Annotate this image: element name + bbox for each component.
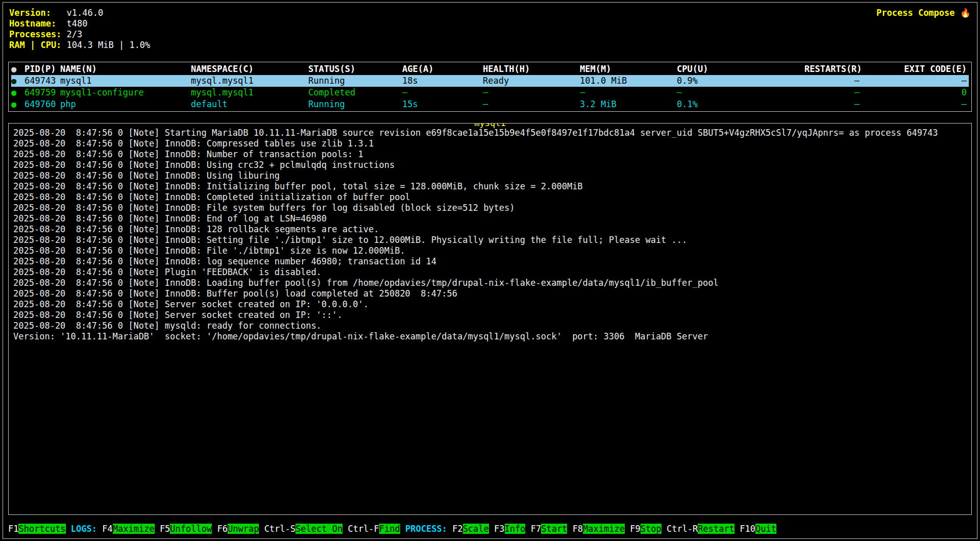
cell-health: –	[483, 87, 580, 99]
processes-value: 2/3	[67, 29, 83, 39]
log-line: 2025-08-20 8:47:56 0 [Note] InnoDB: Sett…	[13, 235, 968, 245]
cell-exit: –	[862, 99, 969, 110]
log-line: 2025-08-20 8:47:56 0 [Note] Plugin 'FEED…	[13, 267, 968, 278]
log-line: Version: '10.11.11-MariaDB' socket: '/ho…	[13, 331, 968, 342]
shortcut-f10[interactable]: F10Quit	[740, 524, 776, 534]
column-header-age[interactable]: AGE(A)	[402, 63, 483, 75]
header-dot-icon: ●	[11, 63, 24, 75]
shortcut-bar: F1ShortcutsLOGS:F4MaximizeF5UnfollowF6Un…	[8, 523, 972, 534]
processes-line: Processes:2/3	[9, 29, 150, 40]
cell-name: php	[60, 99, 191, 110]
shortcut-f6[interactable]: F6Unwrap	[217, 524, 259, 534]
log-line: 2025-08-20 8:47:56 0 [Note] InnoDB: Buff…	[13, 288, 968, 299]
shortcut-action: Unfollow	[170, 524, 212, 534]
ram-cpu-value: 104.3 MiB | 1.0%	[67, 40, 151, 50]
table-body: ●649743mysql1mysql.mysql1Running18sReady…	[11, 75, 969, 110]
cell-namespace: default	[191, 99, 308, 110]
ram-cpu-label: RAM | CPU:	[9, 40, 61, 51]
shortcut-f1[interactable]: F1Shortcuts	[8, 524, 66, 534]
column-header-cpu[interactable]: CPU(U)	[677, 63, 804, 75]
shortcut-key: F7	[531, 524, 541, 534]
log-line: 2025-08-20 8:47:56 0 [Note] InnoDB: Comp…	[13, 192, 968, 203]
cell-status: Completed	[308, 87, 402, 99]
shortcut-f2[interactable]: F2Scale	[452, 524, 489, 534]
process-row-mysql1-configure[interactable]: ●649759mysql1-configuremysql.mysql1Compl…	[11, 87, 969, 99]
version-label: Version:	[9, 8, 61, 18]
cell-age: 15s	[402, 99, 483, 110]
cell-health: Ready	[483, 75, 580, 87]
log-line: 2025-08-20 8:47:56 0 [Note] InnoDB: End …	[13, 213, 968, 224]
ram-cpu-line: RAM | CPU:104.3 MiB | 1.0%	[9, 40, 150, 51]
cell-mem: –	[580, 87, 677, 99]
footer-section-label: LOGS:	[71, 524, 97, 534]
shortcut-action: Maximize	[583, 524, 625, 534]
cell-name: mysql1-configure	[60, 87, 191, 99]
cell-pid: 649759	[24, 87, 60, 99]
shortcut-f9[interactable]: F9Stop	[630, 524, 661, 534]
shortcut-ctrl-r[interactable]: Ctrl-RRestart	[667, 524, 734, 534]
shortcut-action: Shortcuts	[18, 524, 65, 534]
shortcut-f3[interactable]: F3Info	[494, 524, 525, 534]
table-header-row: ●PID(P)NAME(N)NAMESPACE(C)STATUS(S)AGE(A…	[11, 63, 969, 75]
status-dot-icon: ●	[11, 87, 24, 99]
column-header-status[interactable]: STATUS(S)	[308, 63, 402, 75]
shortcut-ctrl-s[interactable]: Ctrl-SSelect On	[264, 524, 343, 534]
shortcut-f4[interactable]: F4Maximize	[102, 524, 154, 534]
shortcut-action: Scale	[463, 524, 489, 534]
shortcut-ctrl-f[interactable]: Ctrl-FFind	[348, 524, 400, 534]
column-header-name[interactable]: NAME(N)	[60, 63, 191, 75]
shortcut-action: Info	[505, 524, 526, 534]
cell-restarts: –	[804, 99, 862, 110]
hostname-value: t480	[67, 18, 88, 29]
column-header-mem[interactable]: MEM(M)	[580, 63, 677, 75]
shortcut-f8[interactable]: F8Maximize	[573, 524, 625, 534]
shortcut-action: Find	[379, 524, 400, 534]
hostname-label: Hostname:	[9, 18, 61, 29]
app-title: Process Compose🔥	[876, 8, 971, 18]
log-line: 2025-08-20 8:47:56 0 [Note] InnoDB: File…	[13, 203, 968, 213]
column-header-health[interactable]: HEALTH(H)	[483, 63, 580, 75]
shortcut-key: F2	[452, 524, 462, 534]
shortcut-action: Start	[541, 524, 567, 534]
shortcut-action: Quit	[755, 524, 776, 534]
shortcut-key: F6	[217, 524, 227, 534]
log-line: 2025-08-20 8:47:56 0 [Note] InnoDB: 128 …	[13, 224, 968, 235]
cell-exit: –	[862, 75, 969, 87]
cell-age: –	[402, 87, 483, 99]
column-header-pid[interactable]: PID(P)	[24, 63, 60, 75]
log-panel[interactable]: mysql1 2025-08-20 8:47:56 0 [Note] Start…	[8, 123, 972, 515]
shortcut-key: F3	[494, 524, 504, 534]
cell-exit: 0	[862, 87, 969, 99]
process-compose-window: Version:v1.46.0 Hostname:t480 Processes:…	[3, 2, 977, 539]
column-header-restarts[interactable]: RESTARTS(R)	[804, 63, 862, 75]
log-line: 2025-08-20 8:47:56 0 [Note] InnoDB: Init…	[13, 181, 968, 192]
shortcut-key: F9	[630, 524, 640, 534]
column-header-exit[interactable]: EXIT CODE(E)	[862, 63, 969, 75]
process-row-mysql1[interactable]: ●649743mysql1mysql.mysql1Running18sReady…	[11, 75, 969, 87]
shortcut-f5[interactable]: F5Unfollow	[160, 524, 212, 534]
log-line: 2025-08-20 8:47:56 0 [Note] InnoDB: File…	[13, 245, 968, 256]
log-panel-title: mysql1	[473, 123, 506, 129]
app-title-text: Process Compose	[876, 8, 955, 18]
cell-restarts: –	[804, 75, 862, 87]
processes-label: Processes:	[9, 29, 61, 40]
shortcut-key: F1	[8, 524, 18, 534]
log-line: 2025-08-20 8:47:56 0 [Note] InnoDB: Usin…	[13, 170, 968, 181]
cell-cpu: 0.1%	[677, 99, 804, 110]
header-bar: Version:v1.46.0 Hostname:t480 Processes:…	[8, 7, 972, 51]
cell-status: Running	[308, 99, 402, 110]
shortcut-key: F10	[740, 524, 755, 534]
log-line: 2025-08-20 8:47:56 0 [Note] Server socke…	[13, 299, 968, 310]
cell-mem: 3.2 MiB	[580, 99, 677, 110]
cell-status: Running	[308, 75, 402, 87]
column-header-namespace[interactable]: NAMESPACE(C)	[191, 63, 308, 75]
system-info: Version:v1.46.0 Hostname:t480 Processes:…	[9, 8, 150, 51]
cell-health: –	[483, 99, 580, 110]
shortcut-action: Stop	[641, 524, 662, 534]
log-line: 2025-08-20 8:47:56 0 [Note] InnoDB: Comp…	[13, 138, 968, 149]
cell-name: mysql1	[60, 75, 191, 87]
process-row-php[interactable]: ●649760phpdefaultRunning15s–3.2 MiB0.1%–…	[11, 99, 969, 110]
flame-icon: 🔥	[960, 8, 971, 18]
shortcut-action: Select On	[296, 524, 342, 534]
shortcut-f7[interactable]: F7Start	[531, 524, 568, 534]
